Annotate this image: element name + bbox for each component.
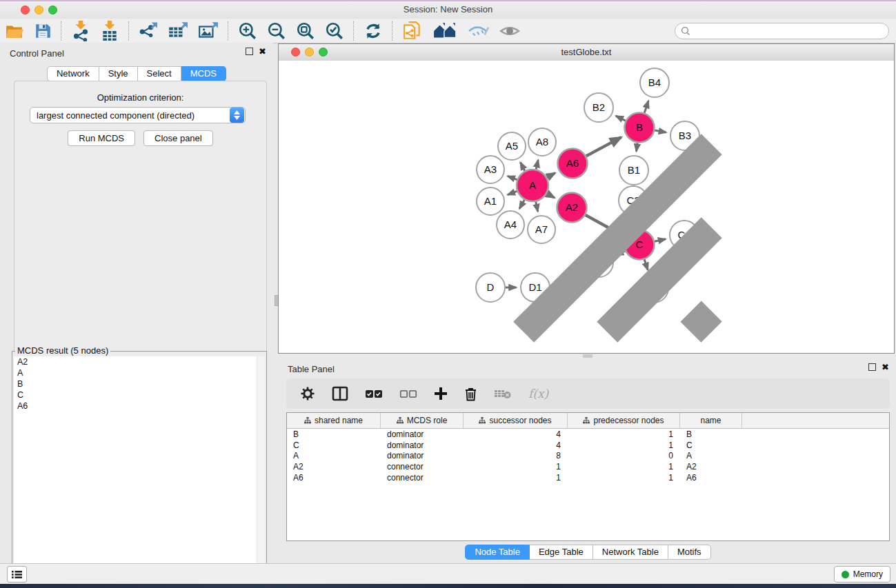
tab-edge-table[interactable]: Edge Table <box>530 545 593 560</box>
table-cell[interactable]: 0 <box>568 451 680 460</box>
table-cell[interactable]: dominator <box>381 429 464 439</box>
show-all-button[interactable] <box>494 21 526 41</box>
result-list-item[interactable]: B <box>14 378 265 389</box>
zoom-out-button[interactable] <box>262 21 291 41</box>
optimization-criterion-value: largest connected component (directed) <box>30 110 230 121</box>
table-cell[interactable]: A2 <box>680 462 742 472</box>
memory-button[interactable]: Memory <box>834 566 890 582</box>
refresh-button[interactable] <box>359 21 388 41</box>
delete-column-trash-icon[interactable] <box>464 387 477 401</box>
column-sort-icon <box>304 417 311 424</box>
table-cell[interactable]: dominator <box>381 440 464 450</box>
import-table-button[interactable] <box>95 21 124 41</box>
node-table: shared nameMCDS rolesuccessor nodesprede… <box>286 412 890 541</box>
table-cell[interactable]: 8 <box>464 451 568 460</box>
table-cell[interactable]: B <box>680 429 742 439</box>
column-sort-icon <box>397 417 404 424</box>
table-cell[interactable]: 1 <box>568 473 680 483</box>
table-cell[interactable]: 4 <box>464 429 568 439</box>
export-table-icon <box>168 21 188 41</box>
column-header-predecessor-nodes[interactable]: predecessor nodes <box>568 413 680 428</box>
column-header-name[interactable]: name <box>680 413 742 428</box>
resize-grip-icon[interactable] <box>279 61 894 353</box>
toolbar-separator <box>353 21 355 41</box>
table-cell[interactable]: B <box>287 429 381 439</box>
tab-network-table[interactable]: Network Table <box>593 545 668 560</box>
function-builder-button[interactable]: f(x) <box>528 387 548 401</box>
tab-motifs[interactable]: Motifs <box>668 545 711 560</box>
optimization-criterion-select[interactable]: largest connected component (directed) <box>30 107 246 123</box>
tab-select[interactable]: Select <box>138 66 181 81</box>
open-session-button[interactable] <box>0 21 29 41</box>
tab-mcds[interactable]: MCDS <box>181 66 226 81</box>
result-list-scrollbar[interactable] <box>257 356 265 583</box>
export-network-button[interactable] <box>134 21 163 41</box>
horizontal-splitter-handle[interactable] <box>583 354 593 358</box>
table-row[interactable]: Adominator80A <box>287 450 889 461</box>
table-row[interactable]: Bdominator41B <box>287 429 889 440</box>
table-cell[interactable]: connector <box>381 473 464 483</box>
import-network-button[interactable] <box>66 21 95 41</box>
zoom-fit-button[interactable] <box>291 21 320 41</box>
unselect-all-icon[interactable] <box>399 388 417 399</box>
control-panel-title: Control Panel <box>10 48 64 59</box>
search-input[interactable] <box>694 26 883 37</box>
table-cell[interactable]: C <box>287 440 381 450</box>
show-networks-button[interactable] <box>397 21 428 41</box>
table-cell[interactable]: 1 <box>568 429 680 439</box>
table-row[interactable]: A6connector11A6 <box>287 472 889 483</box>
tab-network[interactable]: Network <box>47 66 99 81</box>
column-header-successor-nodes[interactable]: successor nodes <box>464 413 568 428</box>
select-all-icon[interactable] <box>365 388 383 399</box>
home-views-button[interactable] <box>428 21 462 41</box>
table-cell[interactable]: 1 <box>464 473 568 483</box>
mcds-result-group: MCDS result (5 nodes) A2ABCA6 <box>12 351 267 585</box>
run-mcds-button[interactable]: Run MCDS <box>68 130 135 146</box>
tab-node-table[interactable]: Node Table <box>465 545 530 560</box>
table-cell[interactable]: 4 <box>464 440 568 450</box>
column-header-shared-name[interactable]: shared name <box>287 413 381 428</box>
desktop-edge-bottom <box>0 584 896 588</box>
export-image-button[interactable] <box>193 21 223 41</box>
tab-style[interactable]: Style <box>99 66 138 81</box>
table-cell[interactable]: A6 <box>680 473 742 483</box>
table-cell[interactable]: C <box>680 440 742 450</box>
close-panel-icon[interactable]: ✖ <box>259 48 266 55</box>
delete-table-icon[interactable] <box>494 387 512 400</box>
float-panel-icon[interactable] <box>246 48 253 55</box>
table-cell[interactable]: dominator <box>381 451 464 460</box>
table-panel-tabs: Node TableEdge TableNetwork TableMotifs <box>286 545 890 560</box>
main-toolbar <box>0 19 896 43</box>
network-canvas[interactable]: AA6A2BCA5A8A3A1A4A7B4B2B3B1C2C4C1C3DD1 <box>279 61 894 353</box>
close-table-panel-icon[interactable]: ✖ <box>882 363 889 371</box>
table-cell[interactable]: A2 <box>287 462 381 472</box>
float-table-panel-icon[interactable] <box>868 363 876 371</box>
table-cell[interactable]: 1 <box>568 462 680 472</box>
result-list-item[interactable]: A6 <box>14 401 265 412</box>
result-list-item[interactable]: C <box>14 389 265 401</box>
show-columns-icon[interactable] <box>332 386 348 401</box>
result-list-item[interactable]: A2 <box>14 356 265 367</box>
table-cell[interactable]: A <box>680 451 742 460</box>
table-settings-gear-icon[interactable] <box>300 386 315 401</box>
table-cell[interactable]: A <box>287 451 381 460</box>
add-column-icon[interactable] <box>434 387 448 401</box>
table-row[interactable]: A2connector11A2 <box>287 461 889 472</box>
table-cell[interactable]: 1 <box>568 440 680 450</box>
save-session-button[interactable] <box>29 21 57 41</box>
table-row[interactable]: Cdominator41C <box>287 440 889 451</box>
zoom-selected-button[interactable] <box>320 21 349 41</box>
table-cell[interactable]: A6 <box>287 473 381 483</box>
table-cell[interactable]: 1 <box>464 462 568 472</box>
column-header-MCDS-role[interactable]: MCDS role <box>381 413 464 428</box>
zoom-in-button[interactable] <box>233 21 262 41</box>
close-panel-button[interactable]: Close panel <box>143 130 213 146</box>
column-sort-icon <box>583 417 590 424</box>
show-panels-button[interactable] <box>7 566 27 582</box>
hide-selected-button[interactable] <box>462 21 494 41</box>
export-table-button[interactable] <box>163 21 193 41</box>
mcds-result-list[interactable]: A2ABCA6 <box>14 356 265 583</box>
network-files-icon <box>402 21 423 41</box>
table-cell[interactable]: connector <box>381 462 464 472</box>
result-list-item[interactable]: A <box>14 367 265 378</box>
